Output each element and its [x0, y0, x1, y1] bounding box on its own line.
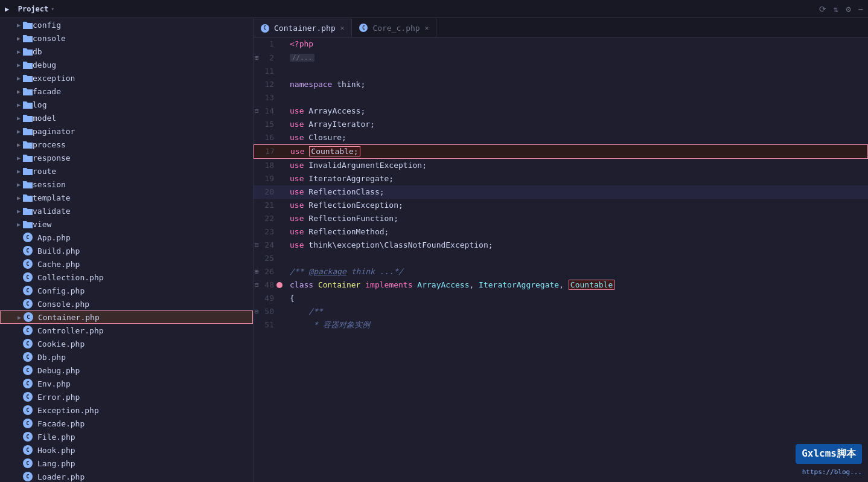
main-layout: ▶ config ▶ console ▶ db ▶ debug ▶ except…	[0, 18, 868, 482]
arrow-icon: ▶	[14, 220, 23, 228]
sidebar-item-console[interactable]: ▶ console	[0, 31, 253, 45]
code-line-49: 49 {	[254, 292, 868, 305]
php-file-icon: C	[23, 259, 33, 269]
sidebar-item-model[interactable]: ▶ model	[0, 111, 253, 124]
sidebar-item-paginator[interactable]: ▶ paginator	[0, 124, 253, 138]
code-line-1: 1 <?php	[254, 37, 868, 51]
code-line-15: 15 use ArrayIterator;	[254, 118, 868, 131]
code-line-17: 17 use Countable;	[254, 144, 868, 159]
sidebar-item-cache[interactable]: ▶ C Cache.php	[0, 257, 253, 271]
folder-icon	[23, 167, 33, 175]
code-line-21: 21 use ReflectionException;	[254, 199, 868, 212]
sidebar-item-controller[interactable]: ▶ C Controller.php	[0, 324, 253, 337]
code-line-2: ⊞2 //...	[254, 51, 868, 65]
code-line-11: 11	[254, 65, 868, 78]
sidebar-item-validate[interactable]: ▶ validate	[0, 204, 253, 217]
fold-marker[interactable]: //...	[290, 54, 314, 62]
php-file-icon: C	[23, 246, 33, 255]
folder-icon	[23, 114, 33, 122]
php-file-icon: C	[23, 432, 33, 442]
title-bar-dropdown-icon[interactable]: ▾	[51, 5, 54, 12]
folder-icon	[23, 127, 33, 135]
sidebar-item-config[interactable]: ▶ C Config.php	[0, 284, 253, 297]
filter-icon[interactable]: ⇅	[834, 4, 838, 14]
arrow-icon: ▶	[14, 153, 23, 162]
sidebar-item-template[interactable]: ▶ template	[0, 191, 253, 204]
sidebar-item-exception-php[interactable]: ▶ C Exception.php	[0, 403, 253, 417]
sidebar-item-exception[interactable]: ▶ exception	[0, 71, 253, 85]
sidebar-item-build[interactable]: ▶ C Build.php	[0, 244, 253, 257]
tab-file-icon: C	[261, 24, 269, 33]
folder-icon	[23, 220, 33, 228]
sync-icon[interactable]: ⟳	[819, 4, 826, 14]
sidebar: ▶ config ▶ console ▶ db ▶ debug ▶ except…	[0, 18, 254, 482]
arrow-icon: ▶	[14, 47, 23, 56]
sidebar-item-app[interactable]: ▶ C App.php	[0, 231, 253, 244]
sidebar-item-config[interactable]: ▶ config	[0, 18, 253, 31]
code-line-24: ⊟24 use think\exception\ClassNotFoundExc…	[254, 239, 868, 252]
tab-bar: C Container.php ✕ C Core_c.php ✕	[254, 18, 868, 37]
code-line-12: 12 namespace think;	[254, 78, 868, 91]
code-line-16: 16 use Closure;	[254, 131, 868, 144]
sidebar-item-loader[interactable]: ▶ C Loader.php	[0, 470, 253, 482]
sidebar-item-error[interactable]: ▶ C Error.php	[0, 390, 253, 403]
code-line-20: 20 use ReflectionClass;	[254, 185, 868, 199]
arrow-icon: ▶	[14, 100, 23, 109]
sidebar-item-file[interactable]: ▶ C File.php	[0, 430, 253, 443]
title-bar: ▶ Project ▾ ⟳ ⇅ ⚙ −	[0, 0, 868, 18]
tab-label: Container.php	[274, 24, 336, 33]
sidebar-item-db[interactable]: ▶ db	[0, 45, 253, 58]
code-line-18: 18 use InvalidArgumentException;	[254, 159, 868, 172]
sidebar-item-db-php[interactable]: ▶ C Db.php	[0, 350, 253, 364]
tab-close-icon[interactable]: ✕	[340, 24, 345, 32]
tab-container[interactable]: C Container.php ✕	[254, 19, 352, 37]
php-file-icon: C	[23, 299, 33, 309]
php-file-icon: C	[23, 419, 33, 428]
sidebar-item-env[interactable]: ▶ C Env.php	[0, 377, 253, 390]
sidebar-item-console-php[interactable]: ▶ C Console.php	[0, 297, 253, 310]
sidebar-item-response[interactable]: ▶ response	[0, 151, 253, 164]
folder-icon	[23, 47, 33, 56]
arrow-icon: ▶	[14, 34, 23, 42]
code-line-13: 13	[254, 91, 868, 104]
code-line-25: 25	[254, 252, 868, 265]
folder-icon	[23, 153, 33, 162]
sidebar-item-view[interactable]: ▶ view	[0, 217, 253, 231]
arrow-icon: ▶	[14, 60, 23, 69]
tab-core[interactable]: C Core_c.php ✕	[352, 19, 436, 37]
folder-icon	[23, 180, 33, 188]
php-file-icon: C	[23, 286, 33, 295]
sidebar-item-cookie[interactable]: ▶ C Cookie.php	[0, 337, 253, 350]
sidebar-item-lang[interactable]: ▶ C Lang.php	[0, 457, 253, 470]
sidebar-item-collection[interactable]: ▶ C Collection.php	[0, 271, 253, 284]
arrow-icon: ▶	[14, 193, 23, 202]
title-bar-project: Project	[18, 5, 49, 13]
sidebar-item-debug-php[interactable]: ▶ C Debug.php	[0, 364, 253, 377]
php-file-icon: C	[23, 472, 33, 481]
sidebar-item-debug[interactable]: ▶ debug	[0, 58, 253, 71]
folder-icon	[23, 87, 33, 95]
sidebar-item-log[interactable]: ▶ log	[0, 98, 253, 111]
sidebar-item-facade-php[interactable]: ▶ C Facade.php	[0, 417, 253, 430]
code-line-22: 22 use ReflectionFunction;	[254, 212, 868, 225]
tab-close-icon[interactable]: ✕	[425, 24, 429, 32]
minimize-icon[interactable]: −	[858, 4, 863, 14]
sidebar-item-process[interactable]: ▶ process	[0, 138, 253, 151]
folder-icon	[23, 193, 33, 202]
code-line-23: 23 use ReflectionMethod;	[254, 225, 868, 239]
arrow-icon: ▶	[14, 140, 23, 149]
code-editor[interactable]: 1 <?php ⊞2 //... 11 12 namespace think; …	[254, 37, 868, 482]
sidebar-item-facade[interactable]: ▶ facade	[0, 85, 253, 98]
tab-file-icon: C	[359, 24, 368, 32]
sidebar-item-route[interactable]: ▶ route	[0, 164, 253, 178]
code-line-26: ⊞26 /** @package think ...*/	[254, 265, 868, 278]
php-file-icon: C	[23, 445, 33, 455]
sidebar-item-container[interactable]: ▶ C Container.php	[0, 310, 253, 324]
folder-icon	[23, 74, 33, 82]
folder-icon	[23, 140, 33, 149]
settings-icon[interactable]: ⚙	[846, 4, 850, 14]
sidebar-item-session[interactable]: ▶ session	[0, 178, 253, 191]
sidebar-item-hook[interactable]: ▶ C Hook.php	[0, 443, 253, 457]
folder-icon	[23, 34, 33, 42]
php-file-icon: C	[23, 326, 33, 335]
